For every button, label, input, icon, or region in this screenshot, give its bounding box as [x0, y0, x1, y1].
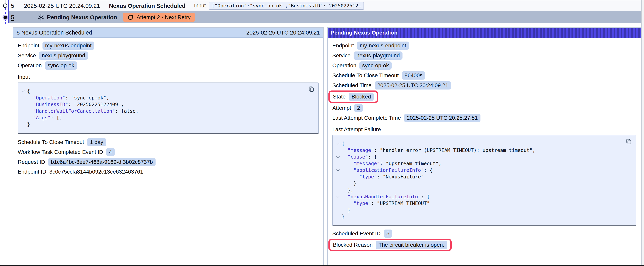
code-line: "Args": [] [20, 114, 314, 121]
timeline-line-stub [5, 1, 6, 3]
code-text: "HandlerWaitForCancellation": false, [27, 108, 138, 114]
field-value-endpoint: my-nexus-endpoint [357, 42, 409, 50]
history-row-event[interactable]: 5 2025-02-25 UTC 20:24:09.21 Nexus Opera… [9, 1, 641, 11]
scrollbar-gutter[interactable] [641, 1, 644, 266]
code-line: } [334, 180, 631, 187]
collapse-arrow-icon[interactable] [20, 88, 27, 95]
field-label: Operation [332, 62, 356, 69]
field-workflow-task-completed-event-id: Workflow Task Completed Event ID4 [18, 148, 319, 156]
retry-status-badge: Attempt 2 • Next Retry [123, 13, 195, 22]
field-label: Blocked Reason [333, 242, 373, 248]
code-line: "HandlerWaitForCancellation": false, [20, 108, 314, 114]
field-value-workflow-task-completed-event-id: 4 [106, 148, 115, 156]
event-detail-panel-header: 5 Nexus Operation Scheduled 2025-02-25 U… [13, 28, 323, 38]
field-value-request-id: b1c6a4bc-8ee7-468a-9169-df3b02c8737b [48, 158, 156, 166]
field-state: StateBlocked [333, 93, 374, 101]
field-value-state: Blocked [349, 93, 374, 101]
input-json-viewer: { "Operation": "sync-op-ok", "BusinessID… [18, 83, 319, 134]
code-gutter [20, 95, 27, 101]
field-endpoint: Endpointmy-nexus-endpoint [332, 42, 636, 50]
code-text: } [27, 121, 30, 128]
field-value-service: nexus-playground [39, 52, 88, 60]
event-id-link[interactable]: 5 [11, 3, 14, 9]
code-gutter [20, 101, 27, 108]
timeline-progress-bar [8, 1, 9, 24]
field-label: Attempt [332, 105, 351, 111]
timeline-current-node-icon[interactable] [2, 15, 8, 20]
code-line: "message": "handler error (UPSTREAM_TIME… [334, 147, 631, 154]
history-row-pending[interactable]: 5 Pending Nexus Operation Attempt 2 • Ne… [9, 11, 641, 24]
retry-icon [127, 14, 134, 21]
code-gutter [334, 160, 342, 167]
code-gutter [334, 147, 342, 154]
code-line: { [20, 88, 314, 95]
collapse-arrow-icon[interactable] [334, 167, 342, 174]
code-text: "type": "UPSTREAM_TIMEOUT" [342, 200, 430, 207]
copy-icon[interactable] [308, 86, 315, 93]
code-line: }, [334, 187, 631, 193]
field-schedule-to-close-timeout: Schedule To Close Timeout1 day [18, 138, 319, 146]
code-line: "type": "UPSTREAM_TIMEOUT" [334, 200, 631, 207]
event-input-label: Input [194, 3, 206, 9]
code-text: "message": "handler error (UPSTREAM_TIME… [342, 147, 535, 154]
pending-operation-panel: Pending Nexus Operation Endpointmy-nexus… [327, 27, 641, 266]
highlight-box-state: StateBlocked [328, 91, 378, 103]
field-label: Operation [18, 62, 42, 69]
code-text: "nexusHandlerFailureInfo": { [342, 193, 430, 200]
collapse-arrow-icon[interactable] [334, 140, 342, 147]
field-label: Service [18, 53, 36, 59]
field-value-blocked-reason: The circuit breaker is open. [376, 241, 447, 249]
code-gutter [334, 174, 342, 180]
failure-section-label: Last Attempt Failure [332, 126, 636, 133]
pending-panel-title: Pending Nexus Operation [331, 30, 398, 36]
event-detail-title: 5 Nexus Operation Scheduled [16, 30, 92, 36]
code-text: { [27, 88, 30, 95]
field-value-scheduled-time: 2025-02-25 UTC 20:24:09.21 [375, 81, 451, 90]
field-scheduled-event-id: Scheduled Event ID5 [332, 229, 636, 238]
code-text: }, [342, 187, 354, 193]
code-line: "nexusHandlerFailureInfo": { [334, 193, 631, 200]
field-label: Service [332, 53, 350, 59]
code-line: } [20, 121, 314, 128]
field-scheduled-time: Scheduled Time2025-02-25 UTC 20:24:09.21 [332, 81, 636, 90]
code-text: "cause": { [342, 154, 377, 160]
code-gutter [334, 180, 342, 187]
code-gutter [20, 121, 27, 128]
field-value-operation: sync-op-ok [360, 61, 392, 70]
field-service: Servicenexus-playground [18, 52, 319, 60]
code-gutter [20, 108, 27, 114]
code-text: "message": "upstream timeout", [342, 160, 442, 167]
field-label: Scheduled Event ID [332, 230, 381, 237]
field-label: Endpoint [18, 43, 39, 49]
field-endpoint-id: Endpoint ID3c0c75ccfa8144b092c13ce632463… [18, 168, 319, 176]
event-detail-timestamp: 2025-02-25 UTC 20:24:09.21 [246, 30, 320, 36]
timeline-open-node-icon[interactable] [3, 4, 8, 8]
field-label: Last Attempt Complete Time [332, 115, 401, 121]
code-text: } [342, 180, 356, 187]
event-input-preview[interactable]: {"Operation":"sync-op-ok","BusinessID":"… [209, 2, 364, 10]
field-value-endpoint-id[interactable]: 3c0c75ccfa8144b092c13ce632463761 [49, 169, 143, 175]
code-text: "applicationFailureInfo": { [342, 167, 433, 174]
field-label: Schedule To Close Timeout [332, 72, 398, 79]
code-line: "type": "NexusFailure" [334, 174, 631, 180]
field-value-operation: sync-op-ok [45, 61, 77, 70]
code-line: } [334, 207, 631, 213]
field-label: Workflow Task Completed Event ID [18, 149, 103, 155]
collapse-arrow-icon[interactable] [334, 154, 342, 160]
copy-icon[interactable] [625, 138, 632, 145]
field-label: Endpoint ID [18, 169, 46, 175]
code-gutter [334, 187, 342, 193]
code-text: "BusinessID": "20250225122409", [27, 101, 124, 108]
field-value-scheduled-event-id: 5 [384, 229, 392, 238]
field-label: Endpoint [332, 43, 354, 49]
highlight-box-blocked-reason: Blocked ReasonThe circuit breaker is ope… [328, 239, 452, 251]
collapse-arrow-icon[interactable] [334, 193, 342, 200]
field-operation: Operationsync-op-ok [18, 61, 319, 70]
field-label: Schedule To Close Timeout [18, 139, 84, 145]
code-gutter [20, 114, 27, 121]
code-text: "type": "NexusFailure" [342, 174, 424, 180]
code-line: "cause": { [334, 154, 631, 160]
input-section-label: Input [18, 74, 319, 80]
pending-id-link[interactable]: 5 [11, 14, 14, 21]
field-label: Scheduled Time [332, 82, 372, 89]
